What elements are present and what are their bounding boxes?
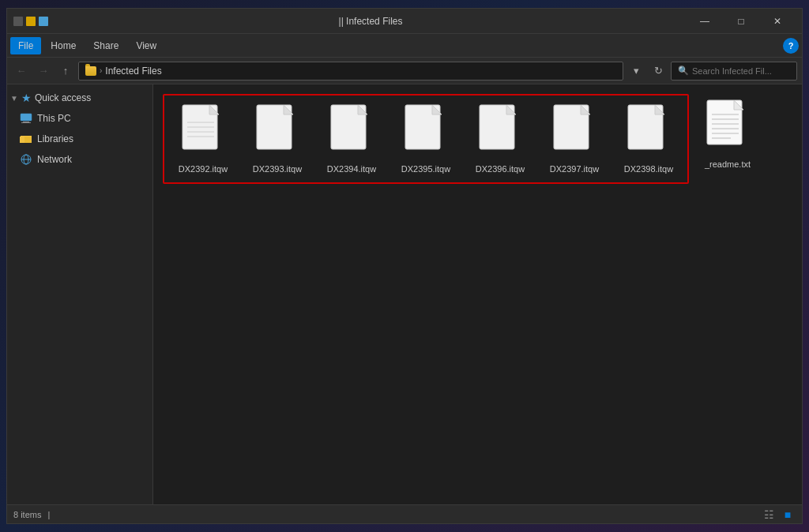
list-item[interactable]: _readme.txt xyxy=(692,94,763,174)
network-label: Network xyxy=(37,154,72,165)
minimize-button[interactable]: — xyxy=(687,9,723,34)
list-item[interactable]: DX2397.itqw xyxy=(539,99,610,179)
list-item[interactable]: DX2398.itqw xyxy=(613,99,684,179)
list-item[interactable]: DX2395.itqw xyxy=(390,99,461,179)
file-name-dx2397: DX2397.itqw xyxy=(550,163,599,174)
dropdown-button[interactable]: ▾ xyxy=(627,62,645,81)
file-icon-dx2393 xyxy=(254,103,301,160)
file-name-dx2393: DX2393.itqw xyxy=(253,163,302,174)
close-button[interactable]: ✕ xyxy=(759,9,796,34)
libraries-icon xyxy=(20,133,32,145)
search-box[interactable]: 🔍 Search Infected Fil... xyxy=(671,62,797,81)
folder-icon xyxy=(85,66,96,76)
tiles-view-button[interactable]: ■ xyxy=(780,507,796,523)
this-pc-label: This PC xyxy=(37,113,71,124)
list-item[interactable]: DX2393.itqw xyxy=(242,99,313,179)
back-button[interactable]: ← xyxy=(12,62,31,81)
svg-rect-0 xyxy=(21,114,32,121)
forward-button[interactable]: → xyxy=(34,62,53,81)
status-separator: | xyxy=(47,510,50,519)
title-icon-2 xyxy=(26,17,36,26)
file-name-readme: _readme.txt xyxy=(705,159,751,170)
search-icon: 🔍 xyxy=(678,66,689,76)
sidebar: ▼ ★ Quick access This PC xyxy=(7,84,153,504)
path-separator: › xyxy=(100,66,102,75)
menu-file[interactable]: File xyxy=(10,37,41,54)
menu-bar: File Home Share View ? xyxy=(7,34,802,58)
file-name-dx2398: DX2398.itqw xyxy=(624,163,673,174)
menu-home[interactable]: Home xyxy=(43,37,84,54)
title-bar: || Infected Files — □ ✕ xyxy=(7,9,802,34)
title-icon-1 xyxy=(13,17,23,26)
network-icon xyxy=(20,153,32,166)
view-controls: ☷ ■ xyxy=(761,507,796,523)
file-icon-dx2397 xyxy=(551,103,598,160)
status-bar: 8 items | ☷ ■ xyxy=(7,504,802,523)
file-name-dx2395: DX2395.itqw xyxy=(401,163,450,174)
selection-box: DX2392.itqw DX2393.itqw xyxy=(163,94,689,184)
svg-rect-2 xyxy=(21,122,31,123)
sidebar-item-libraries[interactable]: Libraries xyxy=(7,129,152,149)
file-icon-dx2395 xyxy=(402,103,450,160)
up-button[interactable]: ↑ xyxy=(56,62,75,81)
explorer-window: || Infected Files — □ ✕ File Home Share … xyxy=(6,8,803,524)
details-view-button[interactable]: ☷ xyxy=(761,507,777,523)
window-title: || Infected Files xyxy=(55,16,687,27)
refresh-button[interactable]: ↻ xyxy=(649,62,668,81)
list-item[interactable]: DX2394.itqw xyxy=(316,99,387,179)
path-current: Infected Files xyxy=(105,66,161,77)
file-name-dx2396: DX2396.itqw xyxy=(476,163,525,174)
file-icon-dx2396 xyxy=(476,103,524,160)
sidebar-icon: ★ xyxy=(21,92,32,104)
item-count: 8 items xyxy=(13,510,41,519)
file-icon-dx2392 xyxy=(179,103,227,160)
list-item[interactable]: DX2392.itqw xyxy=(167,99,239,179)
file-icon-dx2394 xyxy=(328,103,375,160)
list-item[interactable]: DX2396.itqw xyxy=(465,99,536,179)
address-bar: ← → ↑ › Infected Files ▾ ↻ 🔍 Search Infe… xyxy=(7,58,802,84)
content-area: ▼ ★ Quick access This PC xyxy=(7,84,802,504)
title-icon-3 xyxy=(39,17,48,26)
menu-view[interactable]: View xyxy=(128,37,164,54)
search-placeholder: Search Infected Fil... xyxy=(692,66,772,76)
menu-share[interactable]: Share xyxy=(85,37,126,54)
title-bar-icons xyxy=(13,17,48,26)
chevron-icon: ▼ xyxy=(10,94,18,103)
files-grid: DX2392.itqw DX2393.itqw xyxy=(163,94,792,184)
sidebar-item-this-pc[interactable]: This PC xyxy=(7,108,152,129)
sidebar-item-network[interactable]: Network xyxy=(7,149,152,170)
quick-access-label: Quick access xyxy=(35,92,91,103)
help-button[interactable]: ? xyxy=(783,38,799,54)
sidebar-quick-access-header[interactable]: ▼ ★ Quick access xyxy=(7,88,152,108)
file-name-dx2392: DX2392.itqw xyxy=(179,163,228,174)
file-icon-dx2398 xyxy=(625,103,672,160)
pc-icon xyxy=(20,112,32,125)
file-area: DX2392.itqw DX2393.itqw xyxy=(153,84,802,504)
file-icon-readme xyxy=(704,99,751,155)
address-path[interactable]: › Infected Files xyxy=(78,62,623,81)
window-controls: — □ ✕ xyxy=(687,9,796,34)
file-name-dx2394: DX2394.itqw xyxy=(327,163,376,174)
maximize-button[interactable]: □ xyxy=(723,9,759,34)
libraries-label: Libraries xyxy=(37,133,73,144)
